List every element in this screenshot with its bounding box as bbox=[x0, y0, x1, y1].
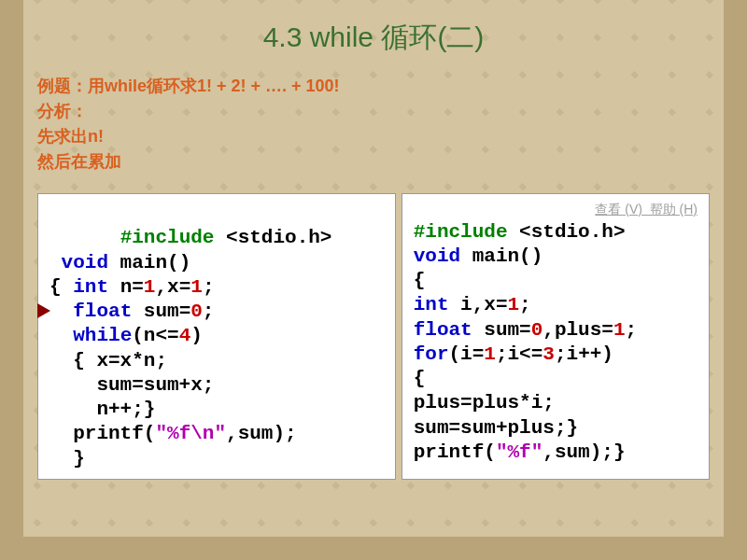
tok: ; bbox=[626, 319, 638, 341]
tok: sum= bbox=[132, 301, 190, 322]
tok bbox=[49, 325, 73, 346]
tok: main() bbox=[460, 245, 543, 267]
tok: ,sum); bbox=[226, 423, 297, 444]
num: 1 bbox=[484, 343, 496, 365]
code-panel-left: #include <stdio.h> void main() { int n=1… bbox=[37, 193, 396, 480]
num: 1 bbox=[190, 276, 203, 298]
code-line: plus=plus*i; bbox=[414, 392, 555, 413]
tok: n= bbox=[108, 276, 144, 298]
kw-int: int bbox=[73, 276, 108, 298]
code-line: n++;} bbox=[49, 399, 155, 420]
kw-void: void bbox=[49, 252, 108, 273]
slide-content: 4.3 while 循环(二) 例题：用while循环求1! + 2! + ….… bbox=[0, 0, 747, 498]
kw-while: while bbox=[73, 325, 132, 346]
code-line: sum=sum+plus;} bbox=[414, 417, 578, 439]
tok: <stdio.h> bbox=[508, 221, 626, 243]
tok: main() bbox=[108, 252, 190, 273]
code-line: { bbox=[414, 368, 426, 389]
tok: i,x= bbox=[448, 294, 507, 315]
str: "%f\n" bbox=[155, 423, 226, 444]
tok: ,sum);} bbox=[543, 441, 625, 463]
slide-title: 4.3 while 循环(二) bbox=[37, 19, 710, 57]
tok: ; bbox=[519, 294, 531, 315]
problem-intro: 例题：用while循环求1! + 2! + …. + 100! 分析： 先求出n… bbox=[37, 74, 710, 175]
str: "%f" bbox=[496, 441, 543, 463]
tok: (n<= bbox=[132, 325, 178, 346]
intro-line-1: 例题：用while循环求1! + 2! + …. + 100! bbox=[37, 74, 710, 99]
code-line: { x=x*n; bbox=[49, 350, 167, 371]
tok: ,plus= bbox=[543, 319, 613, 341]
kw-include: #include bbox=[414, 221, 508, 243]
tok bbox=[49, 301, 73, 322]
menu-trace: 查看 (V) 帮助 (H) bbox=[414, 202, 698, 218]
num: 1 bbox=[613, 319, 626, 341]
breakpoint-marker-icon bbox=[37, 303, 50, 318]
tok: ) bbox=[190, 325, 203, 346]
tok: sum= bbox=[472, 319, 531, 341]
tok: printf( bbox=[49, 423, 155, 444]
kw-void: void bbox=[414, 245, 460, 267]
tok: ; bbox=[203, 276, 215, 298]
kw-int: int bbox=[414, 294, 449, 315]
code-line: } bbox=[49, 448, 85, 469]
intro-line-4: 然后在累加 bbox=[37, 149, 710, 175]
kw-float: float bbox=[73, 301, 132, 322]
tok: ,x= bbox=[155, 276, 190, 298]
num: 0 bbox=[531, 319, 543, 341]
num: 1 bbox=[144, 276, 156, 298]
kw-for: for bbox=[414, 343, 449, 365]
tok: printf( bbox=[414, 441, 496, 463]
tok: ;i<= bbox=[496, 343, 543, 365]
kw-include: #include bbox=[120, 227, 215, 248]
num: 0 bbox=[190, 301, 203, 322]
tok: { bbox=[49, 276, 73, 298]
code-container: #include <stdio.h> void main() { int n=1… bbox=[37, 193, 710, 480]
tok: ; bbox=[203, 301, 215, 322]
intro-line-2: 分析： bbox=[37, 99, 710, 124]
num: 3 bbox=[543, 343, 555, 365]
kw-float: float bbox=[414, 319, 472, 341]
tok: <stdio.h> bbox=[214, 227, 331, 248]
code-line: sum=sum+x; bbox=[49, 374, 214, 396]
num: 1 bbox=[508, 294, 520, 315]
tok: ;i++) bbox=[555, 343, 613, 365]
code-line: { bbox=[414, 270, 426, 291]
intro-line-3: 先求出n! bbox=[37, 124, 710, 149]
tok: (i= bbox=[448, 343, 484, 365]
code-panel-right: 查看 (V) 帮助 (H)#include <stdio.h> void mai… bbox=[402, 193, 710, 480]
num: 4 bbox=[179, 325, 191, 346]
